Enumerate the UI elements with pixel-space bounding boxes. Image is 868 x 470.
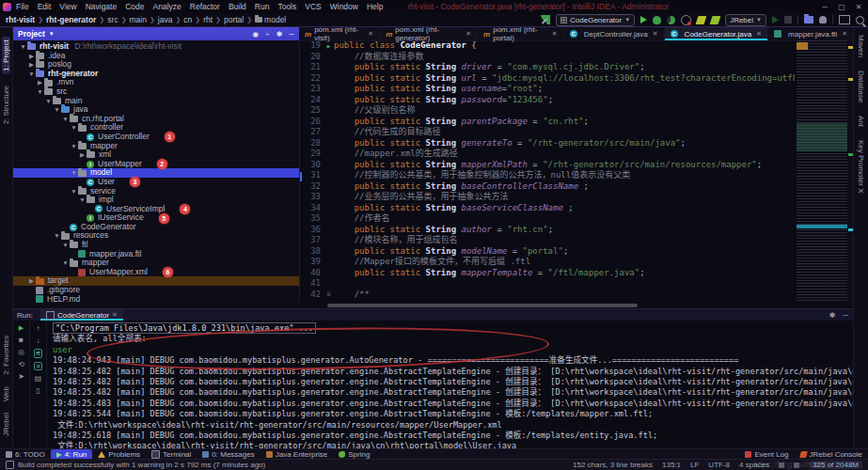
debug-button[interactable] <box>653 16 661 24</box>
menu-vcs[interactable]: VCS <box>305 2 321 11</box>
up-stack-icon[interactable]: ↑ <box>37 324 40 333</box>
menu-analyze[interactable]: Analyze <box>153 2 181 11</box>
stripe-ant[interactable]: Ant <box>857 116 865 127</box>
minimize-button[interactable]: ─ <box>817 3 832 11</box>
code-line[interactable]: 25 //父级别包名称 <box>300 105 795 117</box>
code-line[interactable]: 40 public static String mapperTempalte =… <box>300 268 795 279</box>
console-line[interactable]: 19:48:25.544 [main] DEBUG com.baomidou.m… <box>53 409 854 419</box>
soft-wrap-icon[interactable]: ≋ <box>34 349 43 358</box>
code-line[interactable]: 38 public static String modelName = "por… <box>300 246 795 258</box>
code-line[interactable]: 31 //控制器的公共基类，用于抽象控制器的公共方法，null值表示没有父类 <box>300 170 795 181</box>
search-everywhere-icon[interactable] <box>819 16 827 24</box>
breadcrumb-item[interactable]: cn <box>183 15 192 24</box>
close-icon[interactable]: ✕ <box>653 30 658 38</box>
tree-item-usermapper[interactable]: IUserMapper2 <box>13 160 299 169</box>
expander-icon[interactable]: ▼ <box>53 231 61 241</box>
console-line[interactable]: 19:48:25.483 [main] DEBUG com.baomidou.m… <box>53 399 854 409</box>
breadcrumb-item[interactable]: rht-generator <box>46 15 96 24</box>
expander-icon[interactable]: ▼ <box>36 87 44 97</box>
editor-tab[interactable]: mpom.xml (rht-visit)✕ <box>299 27 380 40</box>
breadcrumb-item[interactable]: main <box>130 15 147 24</box>
editor-tab[interactable]: mapper.java.ftl✕ <box>768 27 854 40</box>
tree-item-src[interactable]: ▼src <box>13 87 299 97</box>
status-widget[interactable]: UTF-8 <box>708 461 730 469</box>
code-line[interactable]: 19▶public class CodeGenerator { <box>300 40 795 52</box>
expander-icon[interactable]: ▼ <box>70 168 78 178</box>
stripe----favorites[interactable]: 2: Favorites <box>2 336 10 375</box>
hide-panel-icon[interactable]: ─ <box>289 30 294 39</box>
status-widget[interactable]: 152 chars, 3 line breaks <box>573 461 653 469</box>
menu-help[interactable]: Help <box>367 2 383 11</box>
menu-run[interactable]: Run <box>255 2 270 11</box>
menu-refactor[interactable]: Refactor <box>190 2 220 11</box>
code-line[interactable]: 37 //模块名称，用于组成包名 <box>300 235 795 246</box>
tree-item-ftl[interactable]: ▼ftl <box>13 241 299 250</box>
editor-tab[interactable]: mpom.xml (rht-portal)✕ <box>478 27 564 40</box>
tree-item-cn.rht.portal[interactable]: ▼cn.rht.portal <box>13 115 299 124</box>
code-line[interactable]: 21 public static String driver = "com.my… <box>300 62 795 73</box>
tree-item-user[interactable]: CUser3 <box>13 178 299 187</box>
close-icon[interactable]: ✕ <box>466 30 471 38</box>
console-line[interactable]: 19:48:25.618 [main] DEBUG com.baomidou.m… <box>53 431 854 441</box>
expander-icon[interactable]: ▶ <box>27 60 36 70</box>
code-line[interactable]: 41 <box>300 278 795 290</box>
code-line[interactable]: 39 //Mapper接口的模板文件，不用写后缀 .ftl <box>300 257 795 268</box>
close-icon[interactable]: ✕ <box>112 311 118 319</box>
settings-gear-icon[interactable]: ✱ <box>276 30 283 39</box>
clear-console-icon[interactable]: ▯ <box>36 386 39 395</box>
stripe-database[interactable]: Database <box>857 70 865 102</box>
console-line[interactable]: 19:48:25.482 [main] DEBUG com.baomidou.m… <box>53 387 854 398</box>
menu-tools[interactable]: Tools <box>277 2 296 11</box>
event-icon[interactable] <box>6 461 14 469</box>
code-line[interactable]: 30 public static String mapperXmlPath = … <box>300 160 795 171</box>
restore-layout-icon[interactable] <box>839 15 850 24</box>
expander-icon[interactable]: ▼ <box>44 97 53 106</box>
console-line[interactable]: 请输入表名, all全部表: <box>53 334 854 344</box>
tree-item-codegenerator[interactable]: CCodeGenerator <box>13 223 299 232</box>
profiler-button[interactable] <box>681 15 691 25</box>
editor-tab[interactable]: mpom.xml (rht-generator)✕ <box>380 27 478 40</box>
menu-code[interactable]: Code <box>125 2 144 11</box>
expander-icon[interactable]: ▶ <box>27 276 36 286</box>
tree-item-service[interactable]: ▼service <box>13 187 299 196</box>
dump-threads-icon[interactable]: ◎ <box>18 348 24 356</box>
down-stack-icon[interactable]: ↓ <box>37 337 40 345</box>
breadcrumb-item[interactable]: java <box>158 15 173 24</box>
breadcrumb-item[interactable]: rht-visit <box>6 15 35 24</box>
restore-layout-icon[interactable]: ⟲ <box>18 360 24 368</box>
stripe-maven[interactable]: Maven <box>857 35 865 57</box>
code-line[interactable]: 34 public static String baseServiceClass… <box>300 203 795 214</box>
tree-item-model[interactable]: ▼model <box>13 168 299 178</box>
expander-icon[interactable]: ▼ <box>78 196 87 205</box>
settings-gear-icon[interactable]: ✱ <box>829 311 836 320</box>
memory-indicator[interactable]: 325 of 2048M <box>809 461 862 469</box>
run-button[interactable] <box>640 16 647 24</box>
code-minimap[interactable] <box>797 40 847 302</box>
find-icon[interactable] <box>856 16 864 24</box>
menu-edit[interactable]: Edit <box>38 2 52 11</box>
print-icon[interactable]: ▤ <box>35 374 42 383</box>
rerun-button[interactable]: ▶ <box>19 324 24 332</box>
console-line[interactable]: 19:48:25.482 [main] DEBUG com.baomidou.m… <box>53 377 854 387</box>
breadcrumb-item[interactable]: portal <box>224 15 244 24</box>
run-tab[interactable]: CodeGenerator ✕ <box>40 309 123 321</box>
menu-file[interactable]: File <box>16 2 29 11</box>
console-line[interactable]: 文件:D:\rht\workspace\ideal\rht-visit/rht-… <box>53 420 854 431</box>
expander-icon[interactable]: ▼ <box>61 241 70 250</box>
code-editor[interactable]: 19▶public class CodeGenerator {20 //数据库连… <box>299 40 795 302</box>
breadcrumb-item[interactable]: model <box>255 15 286 24</box>
close-icon[interactable]: ✕ <box>842 30 847 38</box>
close-icon[interactable]: ✕ <box>756 30 762 38</box>
expander-icon[interactable]: ▼ <box>70 187 78 196</box>
horizontal-scrollbar[interactable] <box>327 304 638 307</box>
menu-view[interactable]: View <box>59 2 76 11</box>
stripe-key-promoter-x[interactable]: Key Promoter X <box>857 140 865 193</box>
run-configuration-select[interactable]: CodeGenerator ▼ <box>556 14 635 26</box>
code-line[interactable]: 28 public static String generateTo = "/r… <box>300 138 795 149</box>
console-line[interactable]: 19:48:24.943 [main] DEBUG com.baomidou.m… <box>53 355 854 366</box>
gutter[interactable]: ≣ <box>324 290 334 301</box>
run-gutter-icon[interactable]: ▶ <box>324 40 334 52</box>
open-folder-icon[interactable] <box>804 16 813 24</box>
tree-item-java[interactable]: ▼java <box>13 105 299 115</box>
maximize-button[interactable]: ▢ <box>834 3 849 11</box>
